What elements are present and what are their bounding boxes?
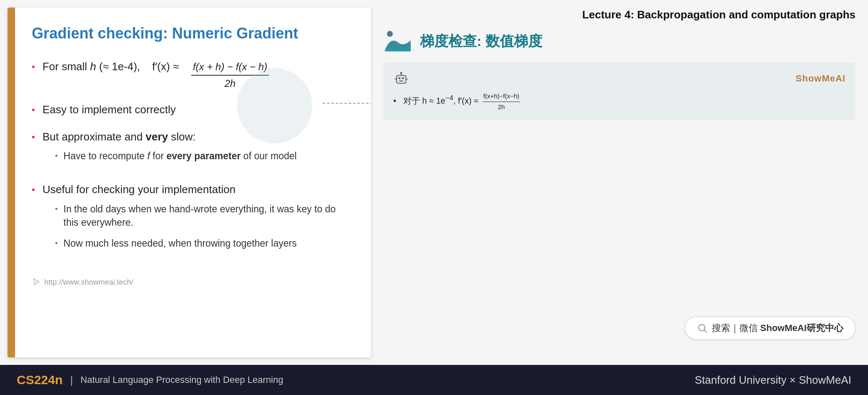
sub-bullet-dot-3: • (55, 238, 58, 249)
bullet-text-useful: Useful for checking your implementation (43, 183, 235, 196)
bullet-item-useful: • Useful for checking your implementatio… (32, 182, 350, 257)
svg-rect-2 (398, 77, 400, 79)
sub-bullet-now: • Now much less needed, when throwing to… (55, 237, 350, 250)
bottom-bar: CS224n | Natural Language Processing wit… (0, 365, 868, 395)
bottom-left: CS224n | Natural Language Processing wit… (17, 373, 283, 387)
formula-numerator: f(x + h) − f(x − h) (191, 60, 269, 76)
trans-text-content: 对于 h ≈ 1e−4, f′(x) ≈ (403, 96, 481, 105)
search-bar[interactable]: 搜索｜微信 ShowMeAI研究中心 (685, 316, 855, 340)
bullet-dot-4: • (32, 183, 35, 196)
bullet-content-useful: Useful for checking your implementation … (43, 182, 350, 257)
course-code: CS224n (17, 373, 63, 387)
sub-bullet-old-days: • In the old days when we hand-wrote eve… (55, 202, 350, 229)
bullet-text-approx-before: But approximate and (43, 130, 146, 143)
bullet-item-easy: • Easy to implement correctly (32, 102, 350, 117)
chinese-title-text: 梯度检查: 数值梯度 (420, 32, 542, 51)
trans-numerator: f(x+h)−f(x−h) (483, 92, 520, 102)
lecture-title: Lecture 4: Backpropagation and computati… (383, 0, 855, 25)
bullet-text-approx-after: slow: (168, 130, 195, 143)
wave-icon (383, 29, 412, 54)
sub-bullet-text-now: Now much less needed, when throwing toge… (63, 237, 297, 250)
sub-bullet-dot-1: • (55, 151, 58, 161)
cursor-icon (32, 278, 41, 287)
slide-left-bar (8, 8, 15, 357)
slide-content: Gradient checking: Numeric Gradient • Fo… (15, 8, 371, 357)
formula-fraction: f(x + h) − f(x − h) 2h (191, 60, 269, 90)
translation-box: ShowMeAI • 对于 h ≈ 1e−4, f′(x) ≈ f(x+h)−f… (383, 62, 855, 120)
main-container: Gradient checking: Numeric Gradient • Fo… (0, 0, 868, 395)
bullet-dot-1: • (32, 61, 35, 74)
chinese-title-section: 梯度检查: 数值梯度 (383, 29, 855, 54)
sub-bullet-dot-2: • (55, 204, 58, 214)
robot-icon-row: ShowMeAI (393, 71, 845, 87)
bottom-divider: | (70, 374, 73, 387)
bottom-subtitle: Natural Language Processing with Deep Le… (81, 375, 283, 385)
svg-rect-1 (397, 75, 406, 83)
search-bar-text: 搜索｜微信 ShowMeAI研究中心 (712, 322, 843, 334)
robot-icon (393, 71, 409, 87)
sub-bullet-text-recompute: Have to recompute f for every parameter … (63, 149, 297, 163)
sub-bullet-text-old-days: In the old days when we hand-wrote every… (63, 202, 350, 229)
bullet-text-easy: Easy to implement correctly (43, 102, 176, 117)
slide-panel: Gradient checking: Numeric Gradient • Fo… (8, 8, 371, 357)
search-icon (697, 323, 708, 334)
bullet-dot-2: • (32, 104, 35, 117)
bullet-item-formula: • For small h (≈ 1e-4), f′(x) ≈ f(x + h)… (32, 59, 350, 90)
right-panel: Lecture 4: Backpropagation and computati… (371, 0, 868, 365)
content-area: Gradient checking: Numeric Gradient • Fo… (0, 0, 868, 365)
svg-point-9 (698, 324, 705, 331)
bullet-item-approximate: • But approximate and very slow: • Have … (32, 129, 350, 171)
trans-bullet-dot: • (393, 96, 401, 105)
sub-bullet-recompute: • Have to recompute f for every paramete… (55, 149, 297, 163)
showmeai-brand: ShowMeAI (796, 73, 845, 84)
bullet-dot-3: • (32, 131, 35, 144)
slide-title: Gradient checking: Numeric Gradient (32, 24, 350, 42)
bullet-content-approximate: But approximate and very slow: • Have to… (43, 129, 297, 171)
svg-line-10 (704, 330, 707, 333)
formula-denominator: 2h (223, 76, 238, 91)
bullet-text-very: very (146, 130, 168, 143)
bullet-list: • For small h (≈ 1e-4), f′(x) ≈ f(x + h)… (32, 59, 350, 257)
slide-url-text: http://www.showmeai.tech/ (44, 278, 133, 287)
bottom-right-text: Stanford University × ShowMeAI (695, 374, 851, 386)
svg-rect-3 (402, 77, 404, 79)
bottom-right: Stanford University × ShowMeAI (695, 374, 851, 387)
svg-rect-4 (399, 81, 403, 82)
translation-text: • 对于 h ≈ 1e−4, f′(x) ≈ f(x+h)−f(x−h) 2h (393, 92, 845, 112)
bullet-text-formula: For small h (≈ 1e-4), f′(x) ≈ f(x + h) −… (43, 59, 272, 90)
sub-bullets-approx: • Have to recompute f for every paramete… (43, 149, 297, 163)
svg-point-6 (400, 72, 402, 74)
svg-point-0 (387, 31, 393, 37)
slide-url: http://www.showmeai.tech/ (32, 269, 350, 287)
sub-bullets-useful: • In the old days when we hand-wrote eve… (43, 202, 350, 250)
trans-denominator: 2h (497, 102, 506, 112)
trans-formula: f(x+h)−f(x−h) 2h (483, 92, 520, 112)
